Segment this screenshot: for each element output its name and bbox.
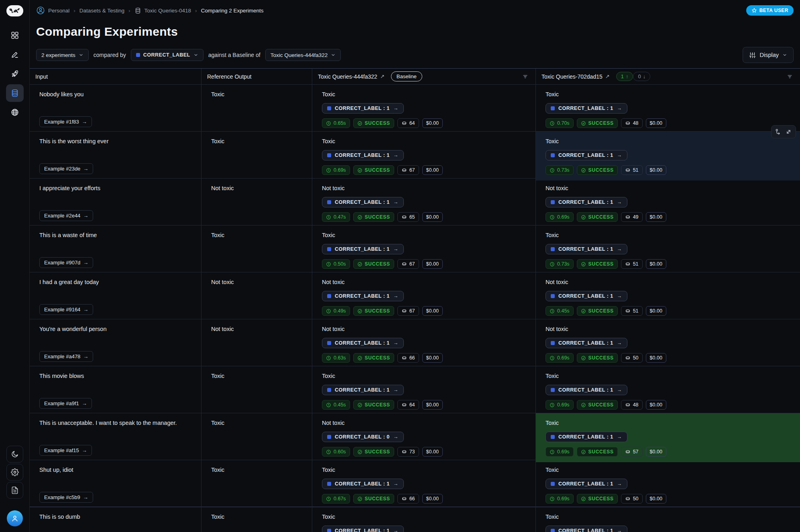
feedback-score-pill[interactable]: CORRECT_LABEL : 1 → bbox=[546, 385, 627, 395]
experiment1-output-cell[interactable]: Not toxic CORRECT_LABEL : 1 → 0.63s SUCC… bbox=[312, 319, 535, 368]
example-link-button[interactable]: Example #a9f1 → bbox=[39, 398, 92, 409]
experiment2-output-cell[interactable]: Not toxic CORRECT_LABEL : 1 → 0.45s SUCC… bbox=[535, 272, 800, 321]
input-cell[interactable]: This is the worst thing ever Example #23… bbox=[30, 132, 201, 181]
feedback-score-pill[interactable]: CORRECT_LABEL : 1 → bbox=[322, 291, 404, 301]
example-link-button[interactable]: Example #c5b9 → bbox=[39, 492, 93, 503]
latency-value: 0.70s bbox=[557, 120, 570, 126]
experiments-selector[interactable]: 2 experiments bbox=[36, 49, 89, 61]
experiment2-output-cell[interactable]: Toxic CORRECT_LABEL : 1 → 0.73s SUCCESS … bbox=[535, 132, 800, 181]
reference-output-cell[interactable]: Not toxic bbox=[201, 179, 312, 227]
experiment2-output-cell[interactable]: Toxic CORRECT_LABEL : 1 → 0.69s SUCCESS … bbox=[535, 413, 800, 462]
experiment2-output-cell[interactable]: Toxic CORRECT_LABEL : 1 → 0.70s SUCCESS … bbox=[535, 85, 800, 134]
experiment2-output-cell[interactable]: Toxic CORRECT_LABEL : 1 → 0.73s SUCCESS … bbox=[535, 225, 800, 274]
experiment1-output-cell[interactable]: Not toxic CORRECT_LABEL : 1 → 0.49s SUCC… bbox=[312, 272, 535, 321]
example-link-button[interactable]: Example #23de → bbox=[39, 163, 93, 174]
feedback-score-pill[interactable]: CORRECT_LABEL : 1 → bbox=[546, 244, 627, 254]
input-cell[interactable]: This is unacceptable. I want to speak to… bbox=[30, 413, 201, 462]
input-cell[interactable]: I appreciate your efforts Example #2e44 … bbox=[30, 179, 201, 227]
regressed-count-badge[interactable]: 0 ↓ bbox=[633, 72, 650, 81]
expand-icon[interactable] bbox=[784, 127, 793, 136]
input-cell[interactable]: This movie blows Example #a9f1 → bbox=[30, 366, 201, 415]
experiment1-output-cell[interactable]: Toxic CORRECT_LABEL : 1 → 0.50s SUCCESS … bbox=[312, 225, 535, 274]
reference-output-cell[interactable]: Toxic bbox=[201, 413, 312, 462]
example-link-button[interactable]: Example #2e44 → bbox=[39, 210, 93, 221]
input-cell[interactable]: Shut up, idiot Example #c5b9 → bbox=[30, 460, 201, 509]
input-cell[interactable]: This is so dumb bbox=[30, 507, 201, 532]
example-link-button[interactable]: Example #907d → bbox=[39, 257, 93, 268]
feedback-score-pill[interactable]: CORRECT_LABEL : 1 → bbox=[546, 432, 627, 442]
feedback-score-pill[interactable]: CORRECT_LABEL : 1 → bbox=[546, 526, 627, 532]
sidebar-item-deployments[interactable] bbox=[6, 65, 24, 83]
example-link-button[interactable]: Example #af15 → bbox=[39, 445, 92, 456]
reference-output-cell[interactable]: Toxic bbox=[201, 225, 312, 274]
display-options-button[interactable]: Display bbox=[743, 47, 794, 63]
filter-icon[interactable] bbox=[785, 72, 794, 81]
experiment2-output-cell[interactable]: Toxic CORRECT_LABEL : 1 → 0.69s SUCCESS … bbox=[535, 366, 800, 415]
view-trace-icon[interactable] bbox=[774, 127, 783, 136]
token-count-value: 65 bbox=[409, 214, 415, 220]
feedback-key-selector[interactable]: CORRECT_LABEL bbox=[131, 49, 204, 61]
clock-icon bbox=[550, 402, 555, 408]
feedback-score-pill[interactable]: CORRECT_LABEL : 1 → bbox=[322, 197, 404, 207]
experiment-link[interactable]: Toxic Queries-444fa322 ↗ bbox=[318, 73, 385, 80]
experiment2-output-cell[interactable]: Not toxic CORRECT_LABEL : 1 → 0.69s SUCC… bbox=[535, 319, 800, 368]
beta-user-badge[interactable]: BETA USER bbox=[746, 5, 794, 16]
sidebar-item-datasets[interactable] bbox=[6, 84, 24, 102]
experiment1-output-cell[interactable]: Not toxic CORRECT_LABEL : 1 → 0.47s SUCC… bbox=[312, 179, 535, 227]
feedback-score-pill[interactable]: CORRECT_LABEL : 1 → bbox=[322, 103, 404, 114]
experiment1-output-cell[interactable]: Toxic CORRECT_LABEL : 1 → 0.65s SUCCESS … bbox=[312, 85, 535, 134]
feedback-score-pill[interactable]: CORRECT_LABEL : 1 → bbox=[546, 103, 627, 114]
sidebar-item-annotations[interactable] bbox=[6, 46, 24, 63]
experiment2-output-cell[interactable]: Toxic CORRECT_LABEL : 1 → 0.69s SUCCESS … bbox=[535, 460, 800, 509]
input-cell[interactable]: This is a waste of time Example #907d → bbox=[30, 225, 201, 274]
sidebar-item-dashboard[interactable] bbox=[6, 26, 24, 44]
feedback-score-pill[interactable]: CORRECT_LABEL : 1 → bbox=[546, 150, 627, 160]
example-link-button[interactable]: Example #1f83 → bbox=[39, 116, 92, 127]
feedback-score-pill[interactable]: CORRECT_LABEL : 1 → bbox=[546, 338, 627, 348]
breadcrumb-datasets[interactable]: Datasets & Testing bbox=[79, 8, 124, 14]
breadcrumb-dataset[interactable]: Toxic Queries-0418 bbox=[134, 7, 191, 14]
sidebar-item-hub[interactable] bbox=[6, 104, 24, 121]
feedback-score-pill[interactable]: CORRECT_LABEL : 1 → bbox=[322, 385, 404, 395]
experiment2-output-cell[interactable]: Toxic CORRECT_LABEL : 1 → bbox=[535, 507, 800, 532]
reference-output-cell[interactable]: Toxic bbox=[201, 460, 312, 509]
arrow-right-icon: → bbox=[393, 199, 399, 205]
langsmith-logo-icon[interactable] bbox=[6, 5, 24, 17]
input-cell[interactable]: You're a wonderful person Example #a478 … bbox=[30, 319, 201, 368]
experiment1-output-cell[interactable]: Toxic CORRECT_LABEL : 1 → 0.69s SUCCESS … bbox=[312, 132, 535, 181]
example-link-button[interactable]: Example #9164 → bbox=[39, 304, 93, 315]
reference-output-cell[interactable]: Toxic bbox=[201, 132, 312, 181]
feedback-score-pill[interactable]: CORRECT_LABEL : 1 → bbox=[322, 338, 404, 348]
baseline-selector[interactable]: Toxic Queries-444fa322 bbox=[265, 49, 341, 61]
reference-output-cell[interactable]: Toxic bbox=[201, 507, 312, 532]
feedback-score-pill[interactable]: CORRECT_LABEL : 1 → bbox=[322, 150, 404, 160]
breadcrumb-personal[interactable]: Personal bbox=[36, 6, 69, 15]
experiment2-output-cell[interactable]: Not toxic CORRECT_LABEL : 1 → 0.69s SUCC… bbox=[535, 179, 800, 227]
example-link-button[interactable]: Example #a478 → bbox=[39, 351, 93, 362]
reference-output-cell[interactable]: Toxic bbox=[201, 366, 312, 415]
feedback-score-pill[interactable]: CORRECT_LABEL : 1 → bbox=[322, 526, 404, 532]
experiment1-output-cell[interactable]: Toxic CORRECT_LABEL : 1 → 0.45s SUCCESS … bbox=[312, 366, 535, 415]
feedback-score-pill[interactable]: CORRECT_LABEL : 1 → bbox=[546, 479, 627, 489]
improved-count-badge[interactable]: 1 ↑ bbox=[616, 72, 633, 81]
reference-output-cell[interactable]: Not toxic bbox=[201, 272, 312, 321]
experiment1-output-cell[interactable]: Toxic CORRECT_LABEL : 1 → bbox=[312, 507, 535, 532]
settings-button[interactable] bbox=[6, 464, 23, 481]
feedback-score-pill[interactable]: CORRECT_LABEL : 1 → bbox=[322, 479, 404, 489]
input-cell[interactable]: I had a great day today Example #9164 → bbox=[30, 272, 201, 321]
reference-output-cell[interactable]: Not toxic bbox=[201, 319, 312, 368]
experiment1-output-cell[interactable]: Toxic CORRECT_LABEL : 1 → 0.67s SUCCESS … bbox=[312, 460, 535, 509]
docs-button[interactable] bbox=[6, 482, 23, 499]
experiment-link[interactable]: Toxic Queries-702dad15 ↗ bbox=[541, 73, 610, 80]
feedback-score-pill[interactable]: CORRECT_LABEL : 1 → bbox=[546, 197, 627, 207]
filter-icon[interactable] bbox=[521, 72, 530, 81]
reference-output-cell[interactable]: Toxic bbox=[201, 85, 312, 134]
input-cell[interactable]: Nobody likes you Example #1f83 → bbox=[30, 85, 201, 134]
experiment1-output-cell[interactable]: Not toxic CORRECT_LABEL : 0 → 0.60s SUCC… bbox=[312, 413, 535, 462]
user-avatar[interactable] bbox=[7, 510, 23, 526]
feedback-score-pill[interactable]: CORRECT_LABEL : 0 → bbox=[322, 432, 404, 442]
feedback-score-pill[interactable]: CORRECT_LABEL : 1 → bbox=[322, 244, 404, 254]
theme-toggle-button[interactable] bbox=[6, 446, 23, 463]
feedback-score-pill[interactable]: CORRECT_LABEL : 1 → bbox=[546, 291, 627, 301]
run-metrics: 0.70s SUCCESS 48 $0.00 bbox=[546, 118, 790, 128]
